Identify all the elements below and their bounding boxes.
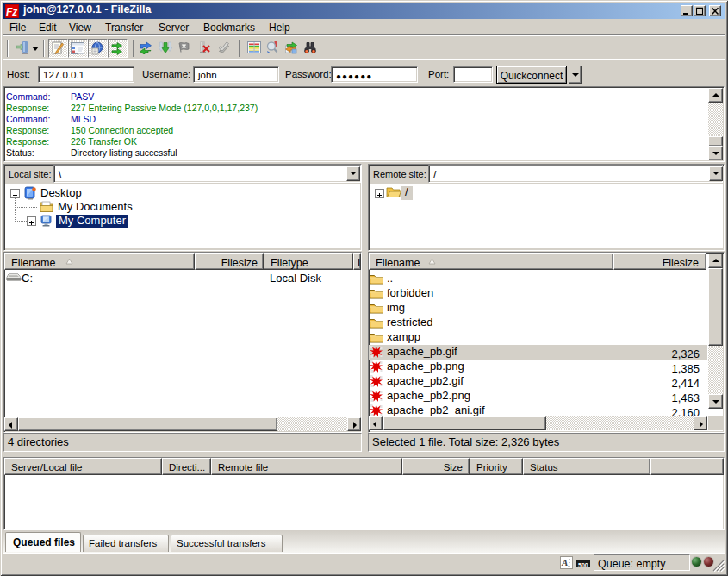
svg-text:Fz: Fz — [6, 6, 17, 18]
svg-text:A: A — [561, 557, 568, 567]
svg-text:500: 500 — [578, 562, 588, 568]
